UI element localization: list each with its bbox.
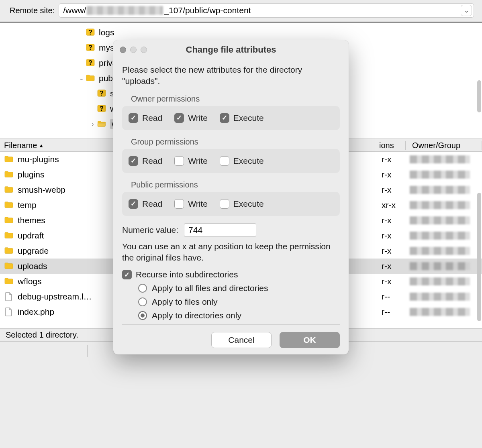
public-execute-checkbox[interactable]: Execute bbox=[220, 199, 264, 209]
remote-path-redacted bbox=[87, 6, 163, 15]
unknown-folder-icon bbox=[85, 59, 96, 67]
folder-icon bbox=[0, 262, 18, 271]
file-owner-group bbox=[410, 232, 482, 240]
radio-icon bbox=[138, 284, 147, 293]
radio-icon bbox=[138, 311, 147, 320]
checkbox-icon bbox=[129, 113, 138, 123]
folder-icon bbox=[0, 155, 18, 164]
owner-execute-checkbox[interactable]: Execute bbox=[220, 113, 264, 123]
file-permissions: r-x bbox=[382, 185, 410, 195]
recurse-option[interactable]: Apply to files only bbox=[138, 297, 340, 307]
numeric-value-label: Numeric value: bbox=[122, 225, 178, 235]
dialog-intro: Please select the new attributes for the… bbox=[122, 64, 340, 87]
tree-item-label: logs bbox=[99, 28, 114, 37]
splitter[interactable] bbox=[87, 345, 88, 357]
numeric-value-input[interactable] bbox=[184, 223, 256, 237]
dialog-titlebar[interactable]: Change file attributes bbox=[113, 40, 349, 59]
window-controls bbox=[120, 47, 147, 53]
unknown-folder-icon bbox=[96, 89, 107, 98]
column-filename-label: Filename bbox=[4, 141, 37, 150]
public-write-checkbox[interactable]: Write bbox=[174, 199, 208, 209]
file-owner-group bbox=[410, 277, 482, 285]
public-read-checkbox[interactable]: Read bbox=[129, 199, 162, 209]
file-owner-group bbox=[410, 247, 482, 255]
column-permissions-label: ions bbox=[379, 141, 394, 150]
checkbox-label: Execute bbox=[233, 199, 264, 209]
checkbox-icon bbox=[220, 199, 229, 209]
checkbox-icon bbox=[129, 199, 138, 209]
cancel-button-label: Cancel bbox=[228, 335, 254, 345]
folder-icon bbox=[0, 246, 18, 255]
folder-icon bbox=[0, 185, 18, 194]
column-filename[interactable]: Filename ▲ bbox=[0, 141, 113, 150]
group-execute-checkbox[interactable]: Execute bbox=[220, 156, 264, 166]
close-window-icon[interactable] bbox=[120, 47, 126, 53]
recurse-option-label: Apply to files only bbox=[152, 297, 217, 307]
status-text: Selected 1 directory. bbox=[6, 330, 78, 340]
public-permissions-label: Public permissions bbox=[131, 180, 340, 189]
file-permissions: r-x bbox=[382, 261, 410, 271]
folder-icon bbox=[0, 216, 18, 225]
checkbox-label: Write bbox=[188, 113, 208, 123]
file-name: plugins bbox=[18, 170, 113, 179]
file-name: wflogs bbox=[18, 277, 113, 286]
chevron-down-icon[interactable]: ⌄ bbox=[78, 75, 85, 81]
path-history-dropdown[interactable]: ⌄ bbox=[461, 5, 472, 16]
tree-item[interactable]: logs bbox=[0, 25, 482, 40]
scrollbar[interactable] bbox=[477, 80, 481, 112]
file-owner-group bbox=[410, 308, 482, 316]
unknown-folder-icon bbox=[96, 104, 107, 113]
owner-read-checkbox[interactable]: Read bbox=[129, 113, 162, 123]
folder-icon bbox=[0, 231, 18, 240]
scrollbar[interactable] bbox=[477, 193, 481, 321]
remote-path-prefix: /www/ bbox=[63, 6, 86, 15]
recurse-option[interactable]: Apply to directories only bbox=[138, 311, 340, 320]
folder-icon bbox=[85, 74, 96, 83]
file-name: mu-plugins bbox=[18, 155, 113, 164]
recurse-option-label: Apply to directories only bbox=[152, 311, 241, 320]
checkbox-label: Execute bbox=[233, 113, 264, 123]
folder-icon bbox=[0, 277, 18, 286]
folder-icon bbox=[0, 201, 18, 210]
recurse-checkbox[interactable]: Recurse into subdirectories bbox=[122, 270, 340, 279]
remote-path-input[interactable]: /www/ _107/public/wp-content ⌄ bbox=[59, 3, 474, 18]
checkbox-icon bbox=[174, 156, 184, 166]
group-write-checkbox[interactable]: Write bbox=[174, 156, 208, 166]
file-name: upgrade bbox=[18, 246, 113, 256]
cancel-button[interactable]: Cancel bbox=[211, 332, 272, 348]
minimize-window-icon[interactable] bbox=[130, 47, 137, 53]
checkbox-label: Read bbox=[142, 113, 162, 123]
chevron-right-icon[interactable]: › bbox=[89, 121, 96, 127]
group-permissions-group: ReadWriteExecute bbox=[122, 149, 340, 173]
column-owner-group[interactable]: Owner/Group bbox=[406, 141, 482, 150]
zoom-window-icon[interactable] bbox=[141, 47, 147, 53]
ok-button[interactable]: OK bbox=[280, 332, 340, 348]
file-permissions: xr-x bbox=[382, 200, 410, 210]
unknown-folder-icon bbox=[85, 43, 96, 52]
file-owner-group bbox=[410, 186, 482, 194]
file-name: smush-webp bbox=[18, 185, 113, 195]
recurse-option-label: Apply to all files and directories bbox=[152, 283, 268, 293]
file-permissions: r-x bbox=[382, 155, 410, 164]
recurse-option[interactable]: Apply to all files and directories bbox=[138, 283, 340, 293]
file-name: updraft bbox=[18, 231, 113, 240]
checkbox-label: Execute bbox=[233, 156, 264, 166]
group-permissions-label: Group permissions bbox=[131, 137, 340, 147]
file-owner-group bbox=[410, 201, 482, 209]
radio-icon bbox=[138, 297, 147, 306]
column-permissions[interactable]: ions bbox=[375, 141, 406, 150]
column-owner-group-label: Owner/Group bbox=[412, 141, 460, 150]
dialog-title: Change file attributes bbox=[113, 45, 349, 55]
file-icon bbox=[0, 292, 18, 301]
sort-asc-icon: ▲ bbox=[39, 143, 44, 149]
file-owner-group bbox=[410, 171, 482, 179]
numeric-hint: You can use an x at any position to keep… bbox=[122, 241, 340, 264]
remote-path-row: Remote site: /www/ _107/public/wp-conten… bbox=[0, 0, 482, 22]
group-read-checkbox[interactable]: Read bbox=[129, 156, 162, 166]
remote-site-label: Remote site: bbox=[10, 6, 55, 15]
owner-write-checkbox[interactable]: Write bbox=[174, 113, 208, 123]
file-owner-group bbox=[410, 155, 482, 163]
file-owner-group bbox=[410, 216, 482, 224]
file-permissions: r-x bbox=[382, 246, 410, 256]
file-permissions: r-x bbox=[382, 277, 410, 286]
